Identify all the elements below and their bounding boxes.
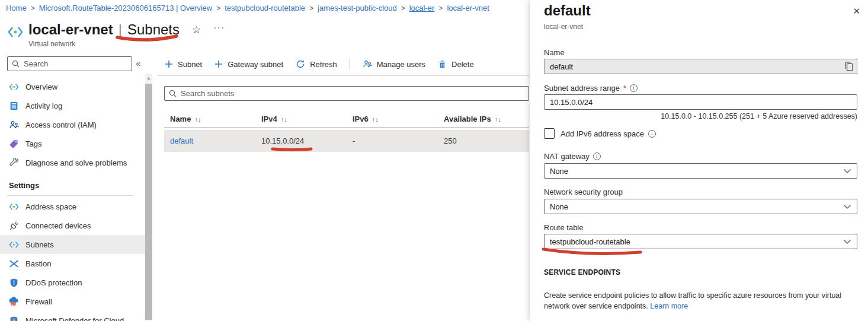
subnet-ipv6-cell: - bbox=[347, 136, 438, 145]
subnet-edit-panel: ✕ default local-er-vnet Name Subnet addr… bbox=[530, 0, 868, 321]
sidebar-item-label: Subnets bbox=[25, 240, 54, 249]
sidebar-item-access-control[interactable]: Access control (IAM) bbox=[0, 115, 145, 134]
sidebar-search-placeholder: Search bbox=[24, 59, 48, 68]
name-field-label: Name bbox=[544, 48, 565, 57]
search-subnets-input[interactable]: Search subnets bbox=[164, 86, 529, 101]
network-security-group-select[interactable]: None bbox=[544, 199, 857, 214]
plus-icon bbox=[214, 60, 223, 68]
sidebar-collapse-icon[interactable]: « bbox=[136, 58, 140, 68]
sidebar-item-ddos[interactable]: DDoS protection bbox=[0, 273, 145, 292]
sidebar-item-diagnose[interactable]: Diagnose and solve problems bbox=[0, 153, 145, 172]
breadcrumb-separator: > bbox=[309, 4, 313, 12]
route-table-label: Route table bbox=[544, 223, 584, 232]
sidebar-search-input[interactable]: Search bbox=[7, 56, 132, 71]
sidebar-item-address-space[interactable]: Address space bbox=[0, 197, 145, 216]
breadcrumb-local-er-vnet[interactable]: local-er-vnet bbox=[447, 4, 489, 12]
sort-icon: ↑↓ bbox=[281, 116, 287, 123]
column-header-available-ips[interactable]: Available IPs ↑↓ bbox=[438, 115, 529, 123]
subnet-name-link[interactable]: default bbox=[164, 136, 255, 145]
more-options-icon[interactable]: ··· bbox=[213, 23, 225, 33]
copy-icon[interactable] bbox=[843, 61, 855, 72]
sidebar-item-label: Bastion bbox=[25, 259, 51, 268]
field-label-text: Subnet address range bbox=[544, 84, 620, 93]
code-brackets-icon bbox=[9, 82, 19, 92]
command-bar: Subnet Gateway subnet Refresh Manage use… bbox=[165, 57, 474, 71]
manage-users-button[interactable]: Manage users bbox=[363, 59, 425, 69]
sidebar-divider bbox=[7, 195, 133, 196]
favorite-star-icon[interactable]: ☆ bbox=[192, 24, 201, 36]
breadcrumb-separator: > bbox=[31, 4, 35, 12]
subnets-table: Name ↑↓ IPv4 ↑↓ IPv6 ↑↓ Available IPs ↑↓… bbox=[164, 110, 529, 152]
breadcrumb-separator: > bbox=[401, 4, 405, 12]
page-title: local-er-vnet | Subnets bbox=[28, 21, 180, 38]
breadcrumb-local-er[interactable]: local-er bbox=[409, 4, 435, 12]
info-icon[interactable]: i bbox=[593, 152, 601, 160]
service-endpoints-description: Create service endpoint policies to allo… bbox=[544, 290, 858, 312]
sidebar-item-defender[interactable]: Microsoft Defender for Cloud bbox=[0, 311, 145, 321]
refresh-button[interactable]: Refresh bbox=[296, 59, 337, 69]
subnet-address-range-input[interactable] bbox=[544, 94, 857, 110]
plus-icon bbox=[165, 60, 173, 68]
table-header-row: Name ↑↓ IPv4 ↑↓ IPv6 ↑↓ Available IPs ↑↓ bbox=[164, 110, 529, 128]
breadcrumb-testpubcloud-routetable[interactable]: testpubcloud-routetable bbox=[225, 4, 305, 12]
column-label: IPv4 bbox=[261, 115, 277, 123]
firewall-icon bbox=[9, 297, 19, 307]
sidebar-scrollbar[interactable]: ▲ bbox=[145, 74, 152, 321]
field-label-text: NAT gateway bbox=[544, 152, 590, 161]
table-row-default-subnet[interactable]: default 10.15.0.0/24 - 250 bbox=[164, 130, 529, 152]
add-ipv6-label: Add IPv6 address space i bbox=[560, 129, 656, 138]
column-header-ipv6[interactable]: IPv6 ↑↓ bbox=[347, 115, 438, 123]
name-field[interactable] bbox=[544, 59, 857, 74]
close-icon[interactable]: ✕ bbox=[853, 6, 860, 17]
sidebar-item-label: DDoS protection bbox=[25, 278, 82, 287]
column-header-ipv4[interactable]: IPv4 ↑↓ bbox=[255, 115, 347, 123]
toolbar-separator bbox=[350, 58, 350, 70]
breadcrumb-home[interactable]: Home bbox=[6, 4, 27, 12]
sidebar-item-label: Firewall bbox=[25, 297, 52, 306]
azure-portal-subnets-screen: Home > Microsoft.RouteTable-202306061657… bbox=[0, 0, 868, 321]
column-header-name[interactable]: Name ↑↓ bbox=[164, 115, 255, 123]
chevron-down-icon bbox=[843, 239, 851, 244]
add-gateway-subnet-label: Gateway subnet bbox=[228, 60, 283, 69]
delete-button[interactable]: Delete bbox=[438, 60, 474, 69]
sidebar-item-connected-devices[interactable]: Connected devices bbox=[0, 216, 145, 235]
route-table-select[interactable]: testpubcloud-routetable bbox=[544, 234, 857, 249]
info-icon[interactable]: i bbox=[648, 130, 656, 138]
shield-icon bbox=[9, 278, 19, 288]
learn-more-link[interactable]: Learn more bbox=[650, 302, 688, 310]
code-brackets-icon bbox=[9, 202, 19, 212]
scrollbar-up-arrow-icon[interactable]: ▲ bbox=[145, 74, 152, 82]
sidebar-item-firewall[interactable]: Firewall bbox=[0, 292, 145, 311]
column-label: Name bbox=[170, 115, 191, 123]
sidebar-item-label: Overview bbox=[25, 82, 57, 91]
sidebar-item-bastion[interactable]: Bastion bbox=[0, 254, 145, 273]
nat-gateway-select[interactable]: None bbox=[544, 163, 857, 179]
toolbar-divider bbox=[158, 75, 529, 76]
wrench-icon bbox=[9, 158, 19, 168]
add-ipv6-checkbox[interactable] bbox=[544, 128, 555, 139]
sidebar-item-overview[interactable]: Overview bbox=[0, 77, 145, 96]
required-asterisk: * bbox=[623, 84, 626, 93]
network-security-group-label: Network security group bbox=[544, 187, 623, 196]
sidebar-item-label: Connected devices bbox=[25, 221, 91, 230]
sidebar-item-activity-log[interactable]: Activity log bbox=[0, 96, 145, 115]
breadcrumb-routetable-overview[interactable]: Microsoft.RouteTable-20230606165713 | Ov… bbox=[39, 4, 212, 12]
add-subnet-label: Subnet bbox=[178, 60, 202, 69]
sidebar-item-label: Microsoft Defender for Cloud bbox=[25, 316, 124, 321]
sidebar-item-tags[interactable]: Tags bbox=[0, 134, 145, 153]
breadcrumb-james-test-public-cloud[interactable]: james-test-public-cloud bbox=[318, 4, 397, 12]
sort-icon: ↑↓ bbox=[372, 116, 379, 123]
scrollbar-thumb[interactable] bbox=[145, 84, 152, 320]
info-icon[interactable]: i bbox=[630, 84, 638, 92]
add-subnet-button[interactable]: Subnet bbox=[165, 60, 202, 69]
column-label: IPv6 bbox=[353, 115, 369, 123]
add-ipv6-checkbox-row[interactable]: Add IPv6 address space i bbox=[544, 128, 656, 139]
subnet-ipv4-cell: 10.15.0.0/24 bbox=[255, 136, 347, 145]
people-icon bbox=[9, 120, 19, 130]
add-gateway-subnet-button[interactable]: Gateway subnet bbox=[214, 60, 283, 69]
sidebar-item-subnets[interactable]: Subnets bbox=[0, 235, 145, 254]
refresh-label: Refresh bbox=[310, 60, 337, 69]
title-separator: | bbox=[118, 21, 122, 38]
search-icon bbox=[169, 90, 177, 97]
resource-name: local-er-vnet bbox=[28, 21, 113, 38]
